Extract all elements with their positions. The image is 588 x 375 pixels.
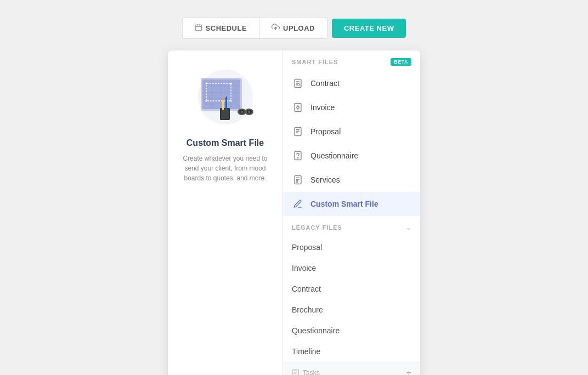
svg-point-17 [205, 100, 207, 102]
legacy-contract-label: Contract [292, 285, 321, 293]
svg-rect-36 [295, 104, 301, 112]
custom-smart-file-label: Custom Smart File [310, 200, 378, 208]
preview-illustration [190, 67, 261, 127]
main-panel: Custom Smart File Create whatever you ne… [168, 50, 420, 375]
preview-title: Custom Smart File [186, 138, 264, 148]
services-label: Services [310, 175, 340, 184]
smart-file-questionnaire[interactable]: Questionnaire [283, 144, 420, 168]
svg-point-37 [297, 106, 299, 109]
create-new-label: CREATE NEW [344, 24, 394, 32]
svg-rect-7 [202, 79, 240, 109]
svg-point-18 [230, 100, 231, 102]
svg-rect-49 [296, 181, 298, 183]
tasks-bar: Tasks + [283, 362, 420, 375]
tasks-icon [292, 368, 299, 376]
legacy-questionnaire-label: Questionnaire [292, 326, 340, 335]
contract-label: Contract [310, 79, 340, 88]
tasks-label: Tasks [303, 369, 320, 375]
legacy-timeline[interactable]: Timeline [283, 341, 420, 362]
legacy-contract[interactable]: Contract [283, 279, 420, 299]
svg-rect-0 [195, 25, 201, 31]
services-icon [292, 174, 304, 186]
upload-icon [272, 23, 280, 33]
legacy-proposal-label: Proposal [292, 243, 322, 252]
proposal-icon [292, 126, 304, 138]
smart-file-services[interactable]: Services [283, 168, 420, 192]
list-pane: SMART FILES BETA Contract [283, 50, 420, 375]
custom-smart-file-icon [292, 198, 304, 210]
legacy-timeline-label: Timeline [292, 347, 320, 356]
smart-file-invoice[interactable]: Invoice [283, 95, 420, 120]
svg-rect-40 [295, 128, 301, 136]
proposal-label: Proposal [310, 127, 341, 136]
legacy-proposal[interactable]: Proposal [283, 237, 420, 258]
add-task-button[interactable]: + [406, 368, 411, 375]
beta-badge: BETA [391, 58, 411, 66]
upload-button[interactable]: UPLOAD [259, 17, 327, 39]
toolbar: SCHEDULE UPLOAD CREATE NEW [182, 16, 406, 39]
smart-file-contract[interactable]: Contract [283, 71, 420, 95]
preview-pane: Custom Smart File Create whatever you ne… [168, 50, 283, 375]
schedule-label: SCHEDULE [206, 24, 247, 32]
svg-point-15 [205, 83, 207, 84]
legacy-brochure-label: Brochure [292, 305, 323, 314]
calendar-icon [195, 24, 202, 33]
svg-rect-29 [244, 111, 247, 113]
legacy-brochure[interactable]: Brochure [283, 299, 420, 320]
svg-rect-20 [221, 109, 229, 119]
questionnaire-icon [292, 150, 304, 162]
invoice-label: Invoice [310, 103, 335, 112]
svg-rect-46 [295, 176, 301, 184]
smart-files-header: SMART FILES BETA [283, 50, 420, 71]
svg-point-16 [230, 83, 231, 84]
svg-point-31 [248, 111, 250, 113]
create-new-button[interactable]: CREATE NEW [332, 19, 406, 38]
questionnaire-label: Questionnaire [310, 151, 358, 160]
svg-point-45 [297, 157, 298, 158]
invoice-icon [292, 101, 304, 113]
svg-rect-23 [225, 99, 227, 110]
legacy-files-header[interactable]: LEGACY FILES ⌄ [283, 216, 420, 237]
upload-label: UPLOAD [283, 24, 315, 32]
schedule-button[interactable]: SCHEDULE [182, 18, 259, 39]
svg-rect-21 [222, 100, 224, 110]
legacy-files-title: LEGACY FILES [292, 224, 342, 231]
smart-file-proposal[interactable]: Proposal [283, 120, 420, 144]
smart-file-custom[interactable]: Custom Smart File [283, 192, 420, 216]
preview-description: Create whatever you need to send your cl… [179, 154, 272, 183]
svg-point-30 [241, 111, 243, 113]
chevron-down-icon: ⌄ [406, 224, 411, 231]
legacy-invoice-label: Invoice [292, 264, 316, 272]
legacy-questionnaire[interactable]: Questionnaire [283, 320, 420, 341]
smart-files-title: SMART FILES [292, 59, 338, 65]
tasks-bar-left: Tasks [292, 368, 320, 376]
contract-icon [292, 77, 304, 89]
legacy-invoice[interactable]: Invoice [283, 258, 420, 279]
